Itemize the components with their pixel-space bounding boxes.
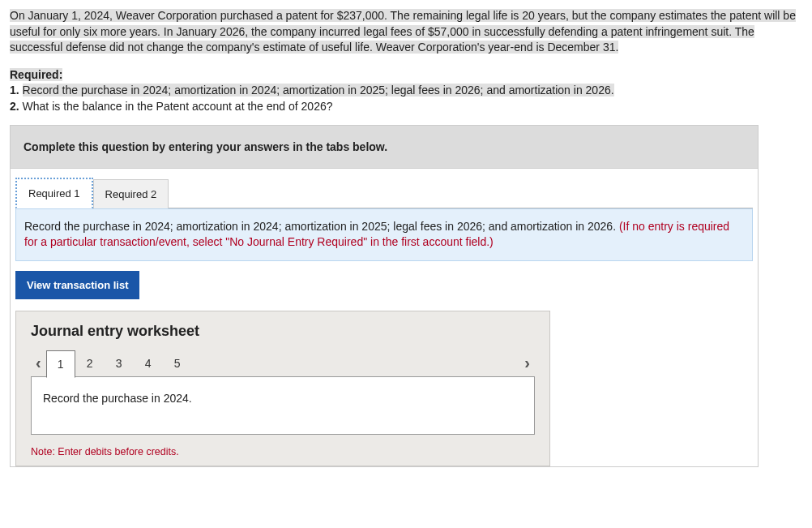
tab-label: Required 1 xyxy=(28,187,80,200)
worksheet-body-text: Record the purchase in 2024. xyxy=(43,392,192,405)
step-label: 3 xyxy=(116,357,122,370)
chevron-left-icon[interactable]: ‹ xyxy=(31,350,46,376)
step-label: 2 xyxy=(87,357,93,370)
tab-content: Record the purchase in 2024; amortizatio… xyxy=(15,208,753,261)
chevron-right-icon[interactable]: › xyxy=(519,350,535,376)
tabs-row: Required 1 Required 2 xyxy=(11,169,758,208)
step-1[interactable]: 1 xyxy=(46,350,75,378)
required-num-2: 2. xyxy=(10,100,19,113)
required-block: Required: 1. Record the purchase in 2024… xyxy=(10,67,802,115)
step-label: 4 xyxy=(145,357,152,370)
step-3[interactable]: 3 xyxy=(105,350,134,377)
tab-label: Required 2 xyxy=(105,188,157,200)
required-num-1: 1. xyxy=(10,84,19,97)
problem-text: On January 1, 2024, Weaver Corporation p… xyxy=(10,9,796,54)
tab-required-2[interactable]: Required 2 xyxy=(93,179,169,208)
answer-panel: Complete this question by entering your … xyxy=(10,125,759,467)
worksheet-nav: ‹ 1 2 3 4 5 › xyxy=(31,350,535,377)
problem-statement: On January 1, 2024, Weaver Corporation p… xyxy=(10,8,802,56)
view-transaction-list-button[interactable]: View transaction list xyxy=(15,271,139,299)
required-text-1: Record the purchase in 2024; amortizatio… xyxy=(23,84,614,97)
step-5[interactable]: 5 xyxy=(163,350,192,377)
instruction-bar: Complete this question by entering your … xyxy=(11,126,758,169)
required-text-2: What is the balance in the Patent accoun… xyxy=(23,100,333,113)
worksheet-steps: ‹ 1 2 3 4 5 xyxy=(31,350,192,377)
step-4[interactable]: 4 xyxy=(134,350,163,377)
tab-required-1[interactable]: Required 1 xyxy=(15,178,93,208)
journal-entry-worksheet: Journal entry worksheet ‹ 1 2 3 4 5 › Re… xyxy=(15,311,550,466)
step-label: 5 xyxy=(174,357,181,370)
step-label: 1 xyxy=(58,358,64,371)
step-2[interactable]: 2 xyxy=(75,350,105,377)
view-btn-label: View transaction list xyxy=(27,279,128,291)
required-heading: Required: xyxy=(10,68,62,81)
tab-content-main: Record the purchase in 2024; amortizatio… xyxy=(24,220,619,233)
worksheet-body: Record the purchase in 2024. xyxy=(31,376,535,435)
worksheet-title: Journal entry worksheet xyxy=(31,323,535,340)
worksheet-note: Note: Enter debits before credits. xyxy=(31,446,535,457)
